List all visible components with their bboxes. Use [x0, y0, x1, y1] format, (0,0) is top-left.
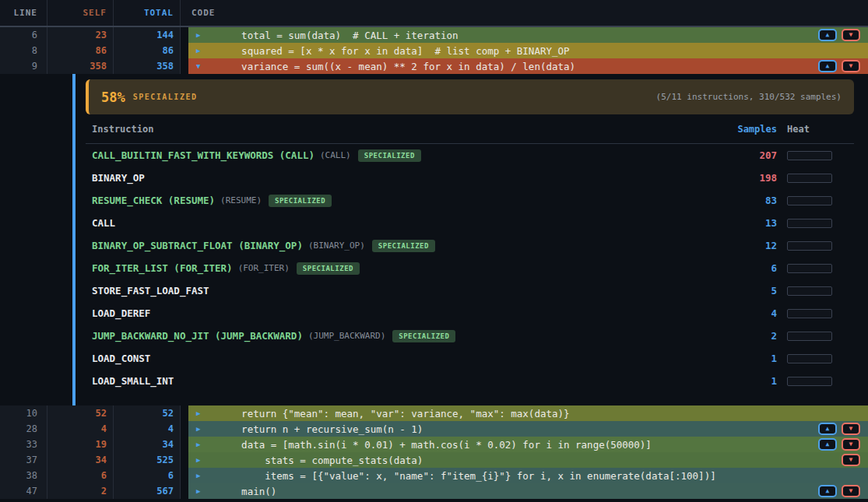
line-number: 9 — [0, 58, 47, 74]
instruction-base-name: (CALL) — [320, 150, 351, 160]
specialization-panel: 58% SPECIALIZED (5/11 instructions, 310/… — [0, 74, 868, 405]
code-row-line-8[interactable]: 8 86 86 ▶ squared = [x * x for x in data… — [0, 43, 868, 58]
total-samples: 567 — [114, 483, 181, 499]
expand-caret-icon[interactable]: ▶ — [196, 409, 206, 417]
gutter-gap — [181, 483, 188, 499]
specialized-badge: SPECIALIZED — [297, 262, 360, 275]
column-header-total: TOTAL — [114, 0, 181, 26]
code-cell[interactable]: ▶ squared = [x * x for x in data] # list… — [188, 43, 868, 58]
nav-down-button[interactable]: ▼ — [842, 454, 860, 466]
code-cell[interactable]: ▶ items = [{"value": x, "name": f"item_{… — [188, 468, 868, 483]
expand-caret-icon[interactable]: ▶ — [196, 472, 206, 479]
collapse-caret-icon[interactable]: ▼ — [196, 62, 206, 70]
instruction-row: CALL 13 — [86, 212, 854, 234]
nav-up-button[interactable]: ▲ — [818, 29, 837, 41]
expand-caret-icon[interactable]: ▶ — [196, 441, 206, 448]
expand-caret-icon[interactable]: ▶ — [196, 487, 206, 495]
source-code: main() — [218, 486, 812, 497]
self-samples: 34 — [47, 452, 114, 468]
code-row-line-38[interactable]: 38 6 6 ▶ items = [{"value": x, "name": f… — [0, 468, 868, 483]
code-cell[interactable]: ▼ variance = sum((x - mean) ** 2 for x i… — [188, 58, 868, 74]
instruction-samples: 1 — [722, 353, 777, 364]
code-cell[interactable]: ▶ data = [math.sin(i * 0.01) + math.cos(… — [188, 437, 868, 452]
heat-bar — [787, 151, 832, 160]
instruction-samples: 13 — [722, 217, 777, 229]
code-row-line-6[interactable]: 6 23 144 ▶ total = sum(data) # CALL + it… — [0, 27, 868, 43]
instruction-name: STORE_FAST_LOAD_FAST — [92, 285, 209, 297]
table-header: LINE SELF TOTAL CODE — [0, 0, 868, 27]
specialized-meta: (5/11 instructions, 310/532 samples) — [656, 92, 842, 102]
gutter-gap — [181, 437, 188, 452]
self-samples: 86 — [47, 43, 114, 58]
column-header-code: CODE — [181, 0, 868, 26]
row-nav-buttons: ▼ — [842, 454, 860, 466]
instruction-samples: 2 — [722, 330, 777, 342]
nav-up-button[interactable]: ▲ — [818, 438, 837, 451]
col-heat: Heat — [787, 124, 832, 135]
expansion-connector-line — [72, 74, 76, 405]
self-samples: 2 — [47, 483, 114, 499]
instruction-row: LOAD_DEREF 4 — [86, 302, 854, 325]
line-number: 6 — [0, 27, 47, 43]
instruction-name: RESUME_CHECK (RESUME) — [92, 195, 215, 206]
instruction-samples: 1 — [722, 375, 777, 387]
code-cell[interactable]: ▶ main() ▲ ▼ — [188, 483, 868, 499]
nav-down-button[interactable]: ▼ — [842, 29, 860, 41]
instruction-samples: 4 — [722, 307, 777, 319]
nav-down-button[interactable]: ▼ — [842, 423, 860, 435]
total-samples: 86 — [114, 43, 181, 58]
source-code: variance = sum((x - mean) ** 2 for x in … — [218, 61, 812, 72]
instruction-row: BINARY_OP 198 — [86, 167, 854, 189]
line-number: 8 — [0, 43, 47, 58]
row-nav-buttons: ▲ ▼ — [818, 485, 860, 497]
nav-up-button[interactable]: ▲ — [818, 485, 837, 497]
code-row-line-47[interactable]: 47 2 567 ▶ main() ▲ ▼ — [0, 483, 868, 499]
code-row-line-37[interactable]: 37 34 525 ▶ stats = compute_stats(data) … — [0, 452, 868, 468]
nav-up-button[interactable]: ▲ — [818, 60, 837, 72]
heat-bar — [787, 196, 832, 205]
specialization-summary-card: 58% SPECIALIZED (5/11 instructions, 310/… — [86, 79, 854, 114]
instruction-base-name: (FOR_ITER) — [238, 263, 290, 273]
source-code: squared = [x * x for x in data] # list c… — [218, 45, 868, 57]
row-nav-buttons: ▲ ▼ — [818, 423, 860, 435]
nav-down-button[interactable]: ▼ — [842, 485, 860, 497]
self-samples: 358 — [47, 58, 114, 74]
line-number: 10 — [0, 405, 47, 421]
instruction-name: FOR_ITER_LIST (FOR_ITER) — [92, 262, 233, 274]
expand-caret-icon[interactable]: ▶ — [196, 47, 206, 54]
heat-bar — [787, 309, 832, 318]
instruction-name: LOAD_DEREF — [92, 307, 150, 319]
nav-down-button[interactable]: ▼ — [842, 438, 860, 451]
heat-bar — [787, 174, 832, 183]
col-instruction: Instruction — [92, 124, 722, 135]
code-cell[interactable]: ▶ total = sum(data) # CALL + iteration ▲… — [188, 27, 868, 43]
instruction-samples: 207 — [722, 149, 777, 161]
expand-caret-icon[interactable]: ▶ — [196, 456, 206, 464]
code-cell[interactable]: ▶ stats = compute_stats(data) ▼ — [188, 452, 868, 468]
code-cell[interactable]: ▶ return {"mean": mean, "var": variance,… — [188, 405, 868, 421]
code-row-line-28[interactable]: 28 4 4 ▶ return n + recursive_sum(n - 1)… — [0, 421, 868, 437]
total-samples: 52 — [114, 405, 181, 421]
code-row-line-10[interactable]: 10 52 52 ▶ return {"mean": mean, "var": … — [0, 405, 868, 421]
instruction-samples: 6 — [722, 262, 777, 274]
instruction-row: BINARY_OP_SUBTRACT_FLOAT (BINARY_OP) (BI… — [86, 234, 854, 257]
gutter-gap — [181, 58, 188, 74]
specialized-badge: SPECIALIZED — [392, 330, 455, 342]
nav-down-button[interactable]: ▼ — [842, 60, 860, 72]
instruction-row: JUMP_BACKWARD_NO_JIT (JUMP_BACKWARD) (JU… — [86, 325, 854, 347]
expand-caret-icon[interactable]: ▶ — [196, 31, 206, 39]
expand-caret-icon[interactable]: ▶ — [196, 425, 206, 433]
instruction-row: RESUME_CHECK (RESUME) (RESUME) SPECIALIZ… — [86, 189, 854, 212]
total-samples: 144 — [114, 27, 181, 43]
specialized-label: SPECIALIZED — [133, 93, 198, 101]
nav-up-button[interactable]: ▲ — [818, 423, 837, 435]
self-samples: 4 — [47, 421, 114, 437]
heat-bar — [787, 264, 832, 273]
heat-bar — [787, 377, 832, 386]
code-cell[interactable]: ▶ return n + recursive_sum(n - 1) ▲ ▼ — [188, 421, 868, 437]
instruction-samples: 198 — [722, 172, 777, 184]
heat-bar — [787, 332, 832, 341]
code-row-line-9[interactable]: 9 358 358 ▼ variance = sum((x - mean) **… — [0, 58, 868, 74]
code-row-line-33[interactable]: 33 19 34 ▶ data = [math.sin(i * 0.01) + … — [0, 437, 868, 452]
instruction-name: LOAD_CONST — [92, 353, 150, 364]
